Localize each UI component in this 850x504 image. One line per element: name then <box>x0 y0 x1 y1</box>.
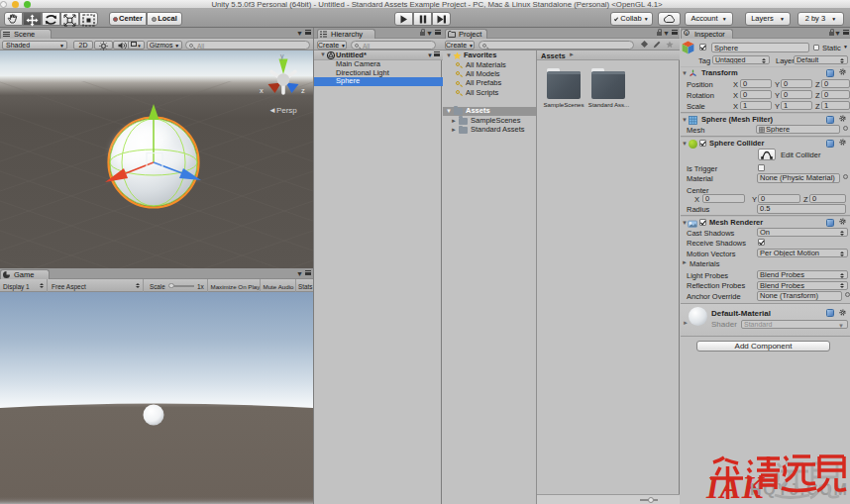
svg-text:z: z <box>301 86 305 95</box>
svg-text:◄Persp: ◄Persp <box>268 106 297 115</box>
svg-text:y: y <box>280 52 284 60</box>
svg-text:x: x <box>260 86 264 95</box>
